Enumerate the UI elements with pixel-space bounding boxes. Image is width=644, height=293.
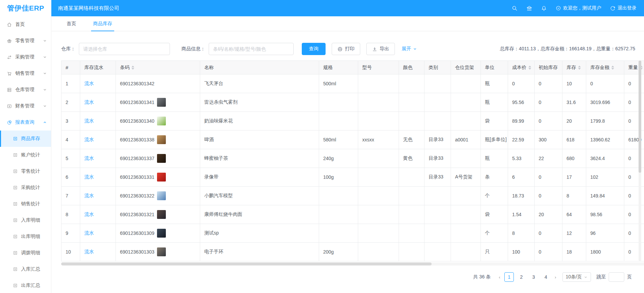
page-numbers: 1234: [503, 272, 552, 282]
flow-link[interactable]: 流水: [84, 230, 94, 236]
cell-barcode: 6901236301331: [116, 168, 200, 187]
tab-home[interactable]: 首页: [67, 16, 76, 31]
cell-stock: 17: [562, 168, 586, 187]
sidebar-item-reports[interactable]: 报表查询: [0, 114, 51, 131]
jump-to-input[interactable]: [609, 272, 624, 282]
cell-name: 啤酒: [200, 131, 319, 149]
flow-link[interactable]: 流水: [84, 99, 94, 105]
next-page-arrow[interactable]: ›: [552, 275, 559, 280]
sidebar-item-goods-stock[interactable]: 商品库存: [0, 131, 51, 147]
prev-page-arrow[interactable]: ‹: [496, 275, 503, 280]
sidebar-item-label: 账户统计: [21, 152, 40, 158]
page-size-select[interactable]: 10条/页: [562, 272, 591, 282]
cell-stock: 31.6: [562, 93, 586, 112]
sidebar-item-finance[interactable]: 财务管理: [0, 98, 51, 114]
inventory-table: #库存流水条码名称规格型号颜色类别仓位货架单位成本价初始库存库存库存金额重量 1…: [61, 61, 644, 261]
sidebar-item-outbound-summary[interactable]: 出库汇总: [0, 277, 51, 293]
pagination-total: 共 36 条: [473, 274, 490, 280]
horizontal-scrollbar[interactable]: [61, 262, 644, 265]
sidebar-item-warehouse[interactable]: 仓库管理: [0, 82, 51, 98]
barcode-value: 6901236301331: [120, 174, 154, 180]
tab-goods-stock[interactable]: 商品库存: [93, 16, 112, 31]
horizontal-scrollbar-thumb[interactable]: [61, 262, 432, 265]
bell-icon[interactable]: [541, 5, 547, 11]
column-header-cost[interactable]: 成本价: [508, 61, 535, 74]
sidebar-item-label: 报表查询: [15, 119, 34, 125]
cell-color: [399, 243, 424, 261]
flow-link[interactable]: 流水: [84, 211, 94, 217]
column-label: 规格: [323, 65, 333, 70]
cell-color: [399, 112, 424, 131]
cell-cost: 18.73: [508, 187, 535, 205]
sidebar-item-outbound-detail[interactable]: 出库明细: [0, 228, 51, 245]
expand-link[interactable]: 展开: [402, 46, 417, 52]
sidebar-item-purchase-stats[interactable]: 采购统计: [0, 179, 51, 196]
company-name: 南通某某网络科技有限公司: [58, 5, 119, 12]
sidebar-item-label: 销售统计: [21, 201, 40, 207]
cell-spec: 200g: [319, 243, 358, 261]
column-header-amount[interactable]: 库存金额: [586, 61, 624, 74]
flow-link[interactable]: 流水: [84, 137, 94, 142]
page-number-1[interactable]: 1: [504, 272, 514, 282]
cell-flow: 流水: [80, 112, 116, 131]
cell-shelf: [451, 243, 481, 261]
sidebar-item-account-stats[interactable]: 账户统计: [0, 147, 51, 163]
search-button[interactable]: 查询: [302, 43, 326, 55]
sidebar-item-home[interactable]: 首页: [0, 16, 51, 33]
sort-carets-icon[interactable]: [578, 66, 581, 70]
sidebar-item-inbound-summary[interactable]: 入库汇总: [0, 261, 51, 277]
sidebar-item-purchase[interactable]: 采购管理: [0, 49, 51, 65]
bank-icon[interactable]: [526, 5, 532, 11]
page-number-4[interactable]: 4: [541, 272, 551, 282]
cell-shelf: [451, 224, 481, 243]
cell-barcode: 6901236301341: [116, 93, 200, 112]
export-button[interactable]: 导出: [366, 43, 395, 55]
flow-link[interactable]: 流水: [84, 118, 94, 123]
welcome-user[interactable]: 欢迎您，测试用户: [556, 5, 601, 11]
flow-link[interactable]: 流水: [84, 249, 94, 254]
sort-carets-icon[interactable]: [611, 66, 614, 70]
app-logo: 管伊佳ERP: [0, 0, 51, 16]
cell-color: [399, 205, 424, 224]
sidebar-item-retail[interactable]: 零售管理: [0, 33, 51, 49]
sidebar-item-sales-stats[interactable]: 销售统计: [0, 196, 51, 212]
flow-link[interactable]: 流水: [84, 174, 94, 179]
circle-down-icon: [556, 5, 561, 11]
sidebar-item-sales[interactable]: 销售管理: [0, 65, 51, 82]
page-number-2[interactable]: 2: [517, 272, 526, 282]
cell-unit: 瓶: [481, 149, 508, 168]
cell-flow: 流水: [80, 168, 116, 187]
table-row: 8流水6901236301321康师傅红烧牛肉面袋1.54206498.560: [62, 205, 644, 224]
product-info-input[interactable]: [209, 43, 294, 55]
flow-link[interactable]: 流水: [84, 81, 94, 86]
barcode-value: 6901236301338: [120, 137, 154, 142]
cell-name: 小鹏汽车模型: [200, 187, 319, 205]
flow-link[interactable]: 流水: [84, 155, 94, 161]
vertical-scrollbar[interactable]: [639, 61, 641, 261]
column-header-stock[interactable]: 库存: [562, 61, 586, 74]
report-icon: [13, 169, 18, 174]
page-number-3[interactable]: 3: [529, 272, 538, 282]
table-row: 2流水6901236301341雷达杀虫气雾剂瓶95.56031.63019.6…: [62, 93, 644, 112]
vertical-scrollbar-thumb[interactable]: [639, 61, 641, 173]
money-icon: [7, 104, 12, 109]
cell-category: [424, 205, 451, 224]
print-button[interactable]: 打印: [332, 43, 360, 55]
cell-cost: 100: [508, 243, 535, 261]
sort-carets-icon[interactable]: [528, 66, 531, 70]
sidebar-item-retail-stats[interactable]: 零售统计: [0, 163, 51, 179]
column-header-barcode[interactable]: 条码: [116, 61, 200, 74]
warehouse-input[interactable]: [79, 43, 170, 55]
sidebar-item-label: 出库明细: [21, 234, 40, 240]
flow-link[interactable]: 流水: [84, 193, 94, 198]
sidebar-item-transfer-detail[interactable]: 调拨明细: [0, 245, 51, 261]
logout-button[interactable]: 退出登录: [610, 5, 637, 11]
search-icon[interactable]: [512, 5, 518, 11]
cell-name: 测试sp: [200, 224, 319, 243]
swap-icon: [7, 55, 12, 60]
cell-amount: 96: [586, 224, 624, 243]
sort-carets-icon[interactable]: [132, 66, 134, 70]
pagination: 共 36 条 ‹ 1234 › 10条/页 跳至 页: [52, 272, 632, 282]
sidebar-item-label: 采购管理: [15, 54, 34, 60]
sidebar-item-inbound-detail[interactable]: 入库明细: [0, 212, 51, 228]
